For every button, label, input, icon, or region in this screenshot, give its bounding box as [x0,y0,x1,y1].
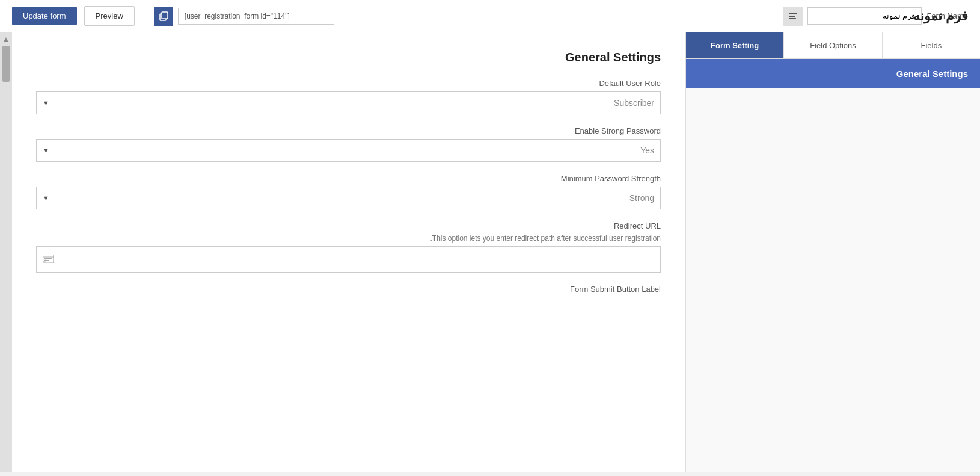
form-name-input[interactable] [807,7,922,25]
right-panel: Form Setting Field Options Fields Genera… [685,32,980,472]
shortcode-value: [user_registration_form id="114"] [178,8,334,25]
svg-rect-9 [44,260,49,261]
tab-field-options[interactable]: Field Options [784,32,882,58]
field-group-default-user-role: Default User Role ▼ Subscriber Subscribe… [36,79,661,114]
panel-tabs: Form Setting Field Options Fields [686,32,980,59]
scroll-up-arrow[interactable]: ▲ [2,35,10,43]
section-title: General Settings [36,51,661,64]
general-settings-button[interactable]: General Settings [686,59,980,88]
update-form-button[interactable]: Update form [12,7,77,25]
main-layout: ▲ General Settings Default User Role ▼ S… [0,32,980,472]
top-bar: Update form Preview [user_registration_f… [0,0,980,32]
redirect-url-icon: 2 [43,255,54,265]
field-group-redirect-url: Redirect URL This option lets you enter … [36,221,661,273]
label-form-submit-button-label: Form Submit Button Label [36,285,661,294]
field-group-minimum-password-strength: Minimum Password Strength ▼ Strong Stron… [36,174,661,209]
shortcode-area: [user_registration_form id="114"] [154,7,777,26]
page-title: فرم نمونه [913,8,968,24]
field-group-form-submit-button-label: Form Submit Button Label [36,285,661,294]
scroll-thumb[interactable] [2,46,10,82]
tab-form-setting[interactable]: Form Setting [686,32,784,58]
select-wrapper-minimum-password-strength[interactable]: ▼ Strong Strong Medium Weak [36,187,661,209]
label-redirect-url: Redirect URL [36,221,661,230]
svg-rect-2 [789,13,797,14]
label-minimum-password-strength: Minimum Password Strength [36,174,661,183]
tab-fields[interactable]: Fields [883,32,980,58]
svg-rect-8 [44,258,52,259]
select-wrapper-enable-strong-password[interactable]: ▼ Yes Yes No [36,139,661,162]
form-content: General Settings Default User Role ▼ Sub… [12,32,685,472]
label-enable-strong-password: Enable Strong Password [36,126,661,135]
panel-content: General Settings [686,59,980,88]
redirect-url-input[interactable] [57,255,654,264]
form-name-icon[interactable] [783,7,803,26]
svg-rect-3 [789,16,795,17]
label-default-user-role: Default User Role [36,79,661,88]
select-wrapper-default-user-role[interactable]: ▼ Subscriber Subscriber Administrator Ed… [36,91,661,114]
svg-rect-1 [162,12,168,19]
field-group-enable-strong-password: Enable Strong Password ▼ Yes Yes No [36,126,661,162]
redirect-url-input-wrapper[interactable]: 2 [36,246,661,273]
preview-button[interactable]: Preview [84,6,135,26]
scroll-sidebar: ▲ [0,32,12,472]
svg-rect-4 [789,18,796,19]
shortcode-copy-icon[interactable] [154,7,173,26]
redirect-url-note: This option lets you enter redirect path… [36,234,661,243]
